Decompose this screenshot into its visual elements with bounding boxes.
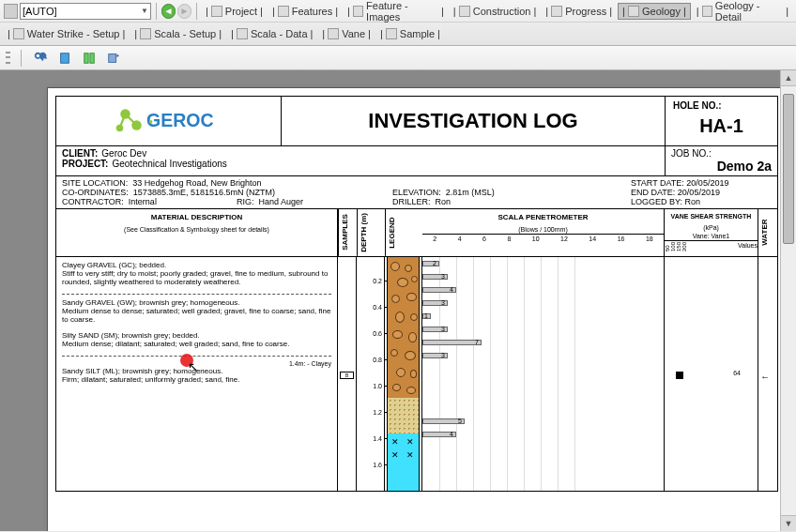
tab-geology[interactable]: | Geology | — [618, 3, 691, 20]
page-single-icon[interactable] — [56, 50, 73, 67]
svg-point-10 — [148, 120, 152, 124]
client-value: Geroc Dev — [101, 148, 146, 159]
scroll-thumb[interactable] — [783, 94, 794, 244]
chevron-down-icon: ▼ — [141, 7, 148, 15]
svg-rect-3 — [109, 53, 116, 62]
contractor-label: CONTRACTOR: — [62, 197, 124, 206]
report-viewer: GEROC INVESTIGATION LOG HOLE NO.: HA-1 C… — [0, 70, 796, 531]
log-column-headers: MATERIAL DESCRIPTION (See Classification… — [55, 209, 778, 257]
logged-by-value: Ron — [685, 197, 701, 206]
legend-silt: ✕ ✕ ✕ ✕ — [387, 433, 420, 492]
depth-column: 0.20.40.60.81.01.21.41.6 — [357, 257, 385, 491]
col-vane: VANE SHEAR STRENGTH — [665, 209, 758, 223]
find-icon[interactable] — [32, 50, 49, 67]
report-title: INVESTIGATION LOG — [282, 97, 665, 145]
svg-rect-0 — [61, 53, 69, 63]
vertical-scrollbar[interactable]: ▲ ▼ — [780, 70, 796, 531]
start-date-value: 20/05/2019 — [686, 178, 728, 188]
toolbar: [AUTO] ▼ ◄ ► | Project | | Features | | … — [0, 0, 796, 46]
vane-column: 64 — [665, 257, 758, 491]
tab-progress[interactable]: | Progress | — [542, 3, 616, 20]
col-samples: SAMPLES — [338, 209, 357, 256]
site-location-value: 33 Hedgehog Road, New Brighton — [132, 178, 261, 188]
geroc-logo: GEROC — [113, 104, 225, 138]
tab-scala-setup[interactable]: | Scala - Setup | — [130, 25, 225, 42]
svg-text:GEROC: GEROC — [146, 110, 214, 130]
elevation-label: ELEVATION: — [392, 188, 441, 197]
col-depth: DEPTH (m) — [357, 209, 385, 256]
col-scala: SCALA PENETROMETER — [422, 209, 664, 225]
contractor-value: Internal — [129, 197, 157, 206]
end-date-value: 20/05/2019 — [678, 188, 720, 197]
coords-label: CO-ORDINATES: — [62, 188, 129, 197]
col-legend: LEGEND — [385, 209, 422, 256]
col-material-desc: MATERIAL DESCRIPTION — [56, 209, 337, 225]
col-vane-sub: (kPa) — [665, 223, 758, 232]
tab-vane[interactable]: | Vane | — [318, 25, 375, 42]
rig-value: Hand Auger — [258, 197, 303, 206]
dataset-combo-value: [AUTO] — [23, 6, 56, 17]
scala-column: 2343137354 — [422, 257, 665, 491]
elevation-value: 2.81m (MSL) — [446, 188, 495, 197]
app-icon — [4, 4, 18, 19]
col-material-sub: (See Classification & Symbology sheet fo… — [56, 225, 337, 234]
log-body: Clayey GRAVEL (GC); bedded.Stiff to very… — [55, 257, 778, 492]
col-vane-sub2: Vane: Vane1 — [665, 232, 758, 240]
scroll-down-button[interactable]: ▼ — [781, 515, 796, 531]
logo-cell: GEROC — [56, 97, 282, 145]
tab-sample[interactable]: | Sample | — [376, 25, 444, 42]
svg-line-7 — [125, 114, 136, 126]
job-no-value: Demo 2a — [717, 159, 772, 174]
vane-point — [676, 372, 683, 379]
svg-rect-1 — [84, 53, 88, 63]
icon-toolbar — [0, 46, 796, 70]
end-date-label: END DATE: — [631, 188, 675, 197]
logged-by-label: LOGGED BY: — [631, 197, 682, 206]
hole-no-label: HOLE NO.: — [673, 100, 770, 111]
tab-water-strike-setup[interactable]: | Water Strike - Setup | — [4, 25, 129, 42]
water-column: ← — [758, 257, 777, 491]
coords-value: 1573885.3mE, 5181516.5mN (NZTM) — [133, 188, 275, 197]
toolbar-row-main: [AUTO] ▼ ◄ ► | Project | | Features | | … — [0, 0, 796, 23]
material-desc-column: Clayey GRAVEL (GC); bedded.Stiff to very… — [56, 257, 338, 491]
project-label: PROJECT: — [62, 159, 108, 169]
svg-rect-2 — [90, 53, 94, 63]
driller-label: DRILLER: — [392, 197, 431, 206]
tab-construction[interactable]: | Construction | — [450, 3, 540, 20]
samples-column: 8 — [338, 257, 357, 491]
report-page: GEROC INVESTIGATION LOG HOLE NO.: HA-1 C… — [47, 87, 787, 531]
site-details: SITE LOCATION: 33 Hedgehog Road, New Bri… — [55, 176, 778, 209]
col-water: WATER — [758, 209, 777, 256]
rig-label: RIG: — [237, 197, 254, 206]
sample-marker: 8 — [340, 372, 354, 379]
scala-scale: 24681012141618 — [422, 234, 664, 243]
toolbar-grip — [6, 51, 10, 66]
scroll-up-button[interactable]: ▲ — [781, 70, 796, 86]
driller-value: Ron — [436, 197, 452, 206]
toolbar-row-sub: | Water Strike - Setup | | Scala - Setup… — [0, 23, 796, 45]
water-strike-arrow: ← — [760, 372, 770, 382]
tab-project[interactable]: | Project | — [202, 3, 267, 20]
dataset-combo[interactable]: [AUTO] ▼ — [20, 3, 151, 20]
vane-scale: 50100150200Values — [665, 240, 758, 252]
col-scala-sub: (Blows / 100mm) — [422, 225, 664, 234]
tab-geology-detail[interactable]: | Geology - Detail | — [693, 3, 792, 20]
tab-feature-images[interactable]: | Feature - Images | — [344, 3, 448, 20]
vane-value: 64 — [733, 370, 741, 376]
tab-features[interactable]: | Features | — [268, 3, 342, 20]
hole-no-cell: HOLE NO.: HA-1 — [665, 97, 777, 145]
legend-column: ✕ ✕ ✕ ✕ — [385, 257, 422, 491]
legend-sand — [387, 398, 420, 433]
export-icon[interactable] — [105, 50, 122, 67]
project-value: Geotechnical Investigations — [112, 159, 226, 169]
legend-gravel — [387, 257, 420, 398]
client-label: CLIENT: — [62, 148, 98, 159]
site-location-label: SITE LOCATION: — [62, 178, 128, 188]
nav-back-button[interactable]: ◄ — [161, 4, 176, 19]
page-multi-icon[interactable] — [81, 50, 98, 67]
tab-scala-data[interactable]: | Scala - Data | — [227, 25, 316, 42]
job-no-label: JOB NO.: — [671, 148, 712, 159]
nav-forward-button: ► — [177, 4, 191, 19]
hole-no-value: HA-1 — [673, 111, 770, 142]
start-date-label: START DATE: — [631, 178, 684, 188]
